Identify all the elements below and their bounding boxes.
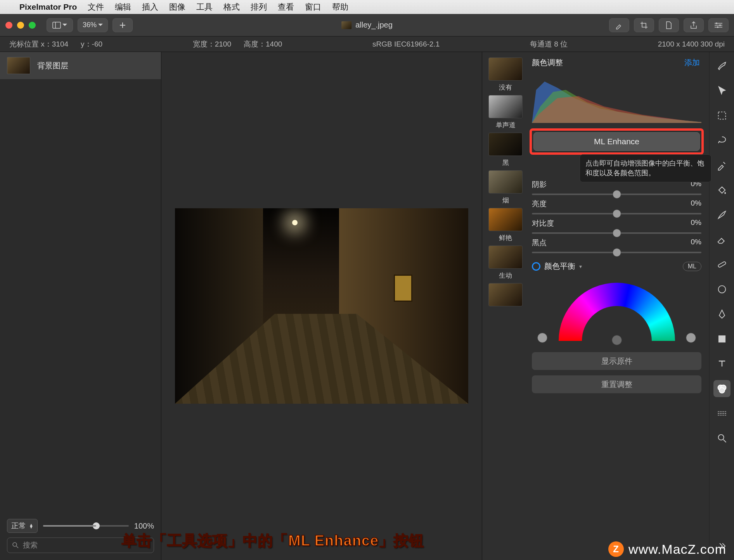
color-adjust-tool[interactable] <box>713 380 731 397</box>
preset-none[interactable]: 没有 <box>488 57 523 92</box>
doc-thumb-icon <box>341 21 351 29</box>
blackpoint-slider[interactable] <box>532 252 701 253</box>
app-name[interactable]: Pixelmator Pro <box>19 2 77 12</box>
erase-tool[interactable] <box>713 231 731 248</box>
effects-tool[interactable] <box>713 405 731 422</box>
shape-rect-tool[interactable] <box>713 330 731 347</box>
preset-mono[interactable]: 单声道 <box>488 95 523 130</box>
cursor-icon <box>717 85 727 96</box>
share-button[interactable] <box>684 18 704 32</box>
svg-point-14 <box>718 435 724 440</box>
svg-point-13 <box>719 388 725 393</box>
menu-edit[interactable]: 编辑 <box>115 2 131 12</box>
menu-image[interactable]: 图像 <box>169 2 185 12</box>
sidebar-toggle-button[interactable] <box>47 18 73 32</box>
preset-vivid[interactable]: 鲜艳 <box>488 208 523 242</box>
svg-point-5 <box>13 543 17 546</box>
menu-tools[interactable]: 工具 <box>196 2 213 12</box>
minimize-button[interactable] <box>17 22 24 29</box>
layer-name: 背景图层 <box>37 60 68 71</box>
preset-black[interactable]: 黑 <box>488 133 523 167</box>
blend-mode-select[interactable]: 正常 ▲▼ <box>7 519 38 533</box>
blend-mode-value: 正常 <box>11 521 26 531</box>
opacity-slider[interactable] <box>43 525 129 527</box>
ml-badge[interactable]: ML <box>683 262 701 271</box>
width-label: 宽度： <box>193 40 215 48</box>
adjustments-panel: 颜色调整 添加 ML Enhance <box>529 52 709 560</box>
chevron-down-icon: ▾ <box>579 263 582 270</box>
repair-tool[interactable] <box>713 256 731 273</box>
highlight-wheel-knob[interactable] <box>686 333 696 343</box>
svg-rect-7 <box>718 112 725 119</box>
preset-partial[interactable] <box>488 283 523 306</box>
shadows-label: 阴影 <box>532 180 547 190</box>
eyedropper-icon <box>717 160 727 171</box>
paint-tool[interactable] <box>713 206 731 223</box>
lasso-icon <box>717 135 727 146</box>
zoom-dropdown[interactable]: 36% <box>78 18 108 32</box>
traffic-lights <box>5 22 36 29</box>
arrange-tool[interactable] <box>713 82 731 99</box>
opacity-value: 100% <box>134 522 154 531</box>
show-original-button[interactable]: 显示原件 <box>532 352 701 370</box>
canvas[interactable] <box>161 52 482 560</box>
svg-rect-0 <box>53 22 61 28</box>
svg-rect-10 <box>718 336 725 342</box>
sliders-icon <box>714 22 723 29</box>
add-button[interactable] <box>113 18 133 32</box>
mid-wheel-knob[interactable] <box>612 335 622 345</box>
brush-style-icon <box>717 60 727 71</box>
layer-row[interactable]: 背景图层 <box>0 52 161 79</box>
new-doc-button[interactable] <box>659 18 679 32</box>
contrast-slider[interactable] <box>532 232 701 234</box>
zoom-tool[interactable] <box>713 430 731 447</box>
add-adjustment-button[interactable]: 添加 <box>684 57 700 68</box>
menu-view[interactable]: 查看 <box>278 2 294 12</box>
cursor-x-value: 3104 <box>52 40 68 48</box>
cursor-y-label: y： <box>81 40 92 48</box>
menu-insert[interactable]: 插入 <box>142 2 158 12</box>
search-placeholder: 搜索 <box>23 540 38 550</box>
menu-help[interactable]: 帮助 <box>332 2 348 12</box>
menu-format[interactable]: 格式 <box>223 2 240 12</box>
rect-select-tool[interactable] <box>713 107 731 124</box>
close-button[interactable] <box>5 22 12 29</box>
shadow-wheel-knob[interactable] <box>537 333 547 343</box>
settings-tool-button[interactable] <box>708 18 729 32</box>
ml-enhance-tooltip: 点击即可自动增强图像中的白平衡、饱和度以及各颜色范围。 <box>580 154 711 182</box>
color-adjust-icon <box>717 383 727 394</box>
color-balance-header[interactable]: 颜色平衡 ▾ ML <box>532 261 701 271</box>
colorpicker-tool-button[interactable] <box>609 18 629 32</box>
color-balance-label: 颜色平衡 <box>544 261 575 271</box>
menu-file[interactable]: 文件 <box>88 2 104 12</box>
menu-window[interactable]: 窗口 <box>305 2 321 12</box>
type-tool[interactable] <box>713 355 731 372</box>
preset-smoke[interactable]: 烟 <box>488 170 523 205</box>
brightness-slider[interactable] <box>532 213 701 214</box>
cursor-y-value: -60 <box>92 40 102 48</box>
share-icon <box>690 21 698 29</box>
menu-arrange[interactable]: 排列 <box>251 2 267 12</box>
lasso-tool[interactable] <box>713 132 731 149</box>
shadows-slider[interactable] <box>532 194 701 195</box>
maximize-button[interactable] <box>29 22 36 29</box>
svg-line-15 <box>723 440 726 442</box>
shape-oval-tool[interactable] <box>713 281 731 298</box>
color-balance-wheel[interactable] <box>532 277 701 347</box>
paint-bucket-icon <box>717 185 727 195</box>
preset-live[interactable]: 生动 <box>488 245 523 280</box>
plus-icon <box>119 22 126 29</box>
effects-icon <box>717 408 727 419</box>
doc-name: alley_.jpeg <box>355 21 393 29</box>
ml-enhance-button[interactable]: ML Enhance <box>533 132 700 151</box>
svg-point-2 <box>716 22 717 24</box>
crop-tool-button[interactable] <box>634 18 654 32</box>
eyedropper-tool[interactable] <box>713 157 731 174</box>
pen-tool[interactable] <box>713 306 731 323</box>
fill-tool[interactable] <box>713 181 731 199</box>
reset-button[interactable]: 重置调整 <box>532 375 701 393</box>
width-value: 2100 <box>215 40 231 48</box>
info-bar: 光标位置 x：3104 y：-60 宽度：2100 高度：1400 sRGB I… <box>0 36 734 52</box>
svg-point-9 <box>718 286 725 293</box>
style-tool[interactable] <box>713 57 731 74</box>
